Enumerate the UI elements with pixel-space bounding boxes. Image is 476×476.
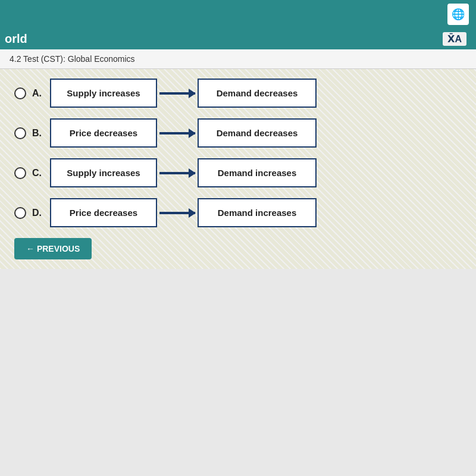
top-bar: 🌐 xyxy=(0,0,476,29)
flow-c-left: Supply increases xyxy=(50,158,157,187)
option-b: B. Price decreases Demand decreases xyxy=(14,118,462,148)
label-d: D. xyxy=(32,208,45,218)
subtitle-bar: 4.2 Test (CST): Global Economics xyxy=(0,49,476,69)
radio-a[interactable] xyxy=(14,87,26,99)
label-c: C. xyxy=(32,168,45,178)
subtitle-text: 4.2 Test (CST): Global Economics xyxy=(10,54,135,64)
arrow-b xyxy=(159,132,195,134)
flow-b-right: Demand decreases xyxy=(198,118,317,148)
radio-d[interactable] xyxy=(14,207,26,219)
arrow-d xyxy=(159,212,195,214)
app-title: orld xyxy=(0,32,27,46)
flow-d-left: Price decreases xyxy=(50,198,157,227)
flow-a-right: Demand decreases xyxy=(198,79,317,108)
flow-b: Price decreases Demand decreases xyxy=(50,118,462,148)
label-a: A. xyxy=(32,88,45,99)
radio-c[interactable] xyxy=(14,167,26,179)
flow-c: Supply increases Demand increases xyxy=(50,158,462,187)
title-bar: orld X̄A xyxy=(0,29,476,49)
radio-b[interactable] xyxy=(14,127,26,139)
flow-c-right: Demand increases xyxy=(198,158,317,187)
flow-d: Price decreases Demand increases xyxy=(50,198,462,227)
flow-b-left: Price decreases xyxy=(50,118,157,148)
content-area: A. Supply increases Demand decreases B. … xyxy=(0,69,476,269)
globe-icon: 🌐 xyxy=(447,4,469,25)
flow-d-right: Demand increases xyxy=(198,198,317,227)
option-a: A. Supply increases Demand decreases xyxy=(14,79,462,108)
label-b: B. xyxy=(32,128,45,139)
option-c: C. Supply increases Demand increases xyxy=(14,158,462,187)
option-d: D. Price decreases Demand increases xyxy=(14,198,462,227)
arrow-a xyxy=(159,92,195,95)
translate-icon[interactable]: X̄A xyxy=(443,32,466,46)
flow-a-left: Supply increases xyxy=(50,79,157,108)
flow-a: Supply increases Demand decreases xyxy=(50,79,462,108)
arrow-c xyxy=(159,172,195,174)
previous-button[interactable]: ← PREVIOUS xyxy=(14,238,92,259)
